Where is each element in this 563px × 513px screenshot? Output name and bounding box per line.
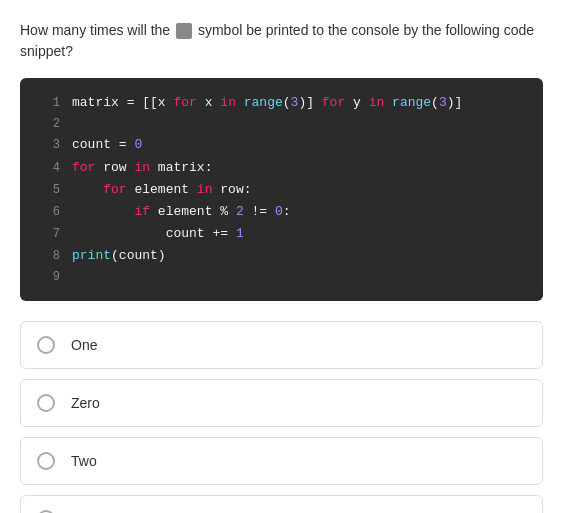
radio-two[interactable] [37, 452, 55, 470]
code-line-7: 7 count += 1 [36, 223, 527, 245]
option-one-label: One [71, 337, 97, 353]
code-line-8: 8 print(count) [36, 245, 527, 267]
code-snippet: 1 matrix = [[x for x in range(3)] for y … [20, 78, 543, 301]
print-symbol-icon [176, 23, 192, 39]
option-three[interactable]: Three [20, 495, 543, 513]
code-line-2: 2 [36, 114, 527, 134]
radio-one[interactable] [37, 336, 55, 354]
code-line-4: 4 for row in matrix: [36, 157, 527, 179]
option-two-label: Two [71, 453, 97, 469]
option-two[interactable]: Two [20, 437, 543, 485]
code-line-1: 1 matrix = [[x for x in range(3)] for y … [36, 92, 527, 114]
code-line-9: 9 [36, 267, 527, 287]
option-zero-label: Zero [71, 395, 100, 411]
code-line-5: 5 for element in row: [36, 179, 527, 201]
radio-zero[interactable] [37, 394, 55, 412]
option-zero[interactable]: Zero [20, 379, 543, 427]
answer-options: One Zero Two Three [20, 321, 543, 513]
question-text: How many times will the symbol be printe… [20, 20, 543, 62]
code-line-3: 3 count = 0 [36, 134, 527, 156]
option-one[interactable]: One [20, 321, 543, 369]
code-line-6: 6 if element % 2 != 0: [36, 201, 527, 223]
